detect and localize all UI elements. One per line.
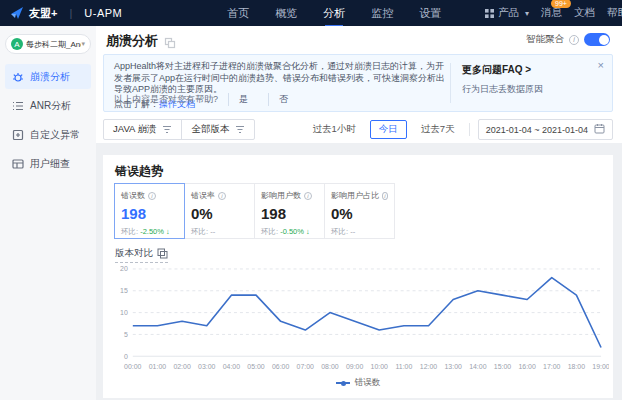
faq-item-link[interactable]: 行为日志丢数据原因 [462, 83, 543, 96]
svg-text:20: 20 [120, 265, 128, 272]
error-trend-card: 错误趋势 错误数i 198 环比: -2.50% ↓ 错误率i [103, 155, 613, 398]
sidebar: A 每步科二期_Andr.. ▾ 崩溃分析 ANR分析 自定义异 [0, 26, 96, 400]
svg-text:02:00: 02:00 [173, 363, 191, 370]
nav-item-analysis[interactable]: 分析 [323, 1, 345, 26]
feedback-yes-button[interactable]: 是 [228, 93, 258, 106]
chart-legend[interactable]: 错误数 [107, 377, 609, 389]
svg-text:0: 0 [124, 353, 128, 360]
date-range-picker[interactable]: 2021-01-04 ~ 2021-01-04 [478, 119, 613, 140]
svg-text:16:00: 16:00 [518, 363, 536, 370]
stat-cards-row: 错误数i 198 环比: -2.50% ↓ 错误率i 0% 环比: -- [115, 183, 395, 239]
version-compare-label: 版本对比 [115, 247, 153, 260]
app-selector[interactable]: A 每步科二期_Andr.. ▾ [5, 34, 91, 54]
svg-text:10: 10 [120, 309, 128, 316]
svg-text:09:00: 09:00 [346, 363, 364, 370]
svg-text:04:00: 04:00 [223, 363, 241, 370]
calendar-icon [594, 123, 605, 136]
stat-compare: 环比: -- [191, 227, 248, 237]
sidebar-menu: 崩溃分析 ANR分析 自定义异常 用户细查 [0, 64, 96, 176]
version-compare-button[interactable]: 版本对比 [115, 247, 168, 263]
nav-item-settings[interactable]: 设置 [419, 1, 441, 26]
umeng-logo-icon [10, 6, 24, 20]
svg-text:10:00: 10:00 [371, 363, 389, 370]
error-trend-chart[interactable]: 0510152000:0001:0002:0003:0004:0005:0006… [107, 263, 609, 389]
page-title: 崩溃分析 [106, 32, 158, 50]
svg-text:15:00: 15:00 [494, 363, 512, 370]
main-content: 崩溃分析 智能聚合 i AppHealth将对主进程和子进程的崩溃做聚合化分析，… [96, 26, 622, 400]
range-last-7-days[interactable]: 过去7天 [415, 121, 461, 138]
info-icon: i [148, 192, 156, 200]
sidebar-item-label: 崩溃分析 [30, 70, 70, 84]
close-icon[interactable]: × [598, 59, 604, 71]
svg-text:5: 5 [124, 331, 128, 338]
svg-text:05:00: 05:00 [247, 363, 265, 370]
logo-text: 友盟+ [29, 6, 57, 21]
svg-text:12:00: 12:00 [420, 363, 438, 370]
stat-card-affected-users[interactable]: 影响用户数i 198 环比: -0.50% ↓ [254, 183, 325, 239]
crash-type-value: JAVA 崩溃 [113, 123, 156, 136]
stat-card-affected-user-ratio[interactable]: 影响用户占比i 0% 环比: -- [324, 183, 395, 239]
smart-aggregation-toggle[interactable] [584, 33, 610, 46]
sidebar-item-label: 用户细查 [30, 157, 70, 171]
stat-label: 错误率i [191, 190, 248, 201]
sidebar-item-user-insight[interactable]: 用户细查 [5, 151, 91, 176]
nav-item-monitor[interactable]: 监控 [371, 1, 393, 26]
info-icon: i [218, 192, 226, 200]
sidebar-item-label: 自定义异常 [30, 128, 80, 142]
range-today[interactable]: 今日 [370, 120, 407, 139]
nav-menu: 首页 概览 分析 监控 设置 [227, 1, 441, 26]
stat-compare: 环比: -0.50% ↓ [261, 227, 318, 237]
compare-icon [157, 248, 168, 259]
sidebar-item-crash-analysis[interactable]: 崩溃分析 [5, 64, 91, 89]
stat-value: 198 [121, 205, 178, 222]
section-title: 错误趋势 [115, 163, 163, 180]
feedback-row: 以上内容是否对您有帮助? 是 否 [114, 93, 298, 106]
svg-text:07:00: 07:00 [297, 363, 315, 370]
stat-card-error-rate[interactable]: 错误率i 0% 环比: -- [184, 183, 255, 239]
date-range-value: 2021-01-04 ~ 2021-01-04 [486, 125, 588, 135]
stat-value: 0% [191, 205, 248, 222]
nav-item-home[interactable]: 首页 [227, 1, 249, 26]
svg-text:17:00: 17:00 [543, 363, 561, 370]
app-name: 每步科二期_Andr.. [26, 39, 81, 50]
range-last-hour[interactable]: 过去1小时 [307, 121, 362, 138]
u-apm-dashboard: 友盟+ | U-APM 首页 概览 分析 监控 设置 产品 ▾ 消息 99+ 文… [0, 0, 622, 400]
smart-aggregation-label: 智能聚合 [526, 33, 564, 46]
quick-range-group: 过去1小时 今日 过去7天 2021-01-04 ~ 2021-01-04 [307, 119, 613, 140]
guide-icon[interactable] [164, 35, 176, 47]
docs-link[interactable]: 文档 [574, 6, 595, 20]
banner-description: AppHealth将对主进程和子进程的崩溃做聚合化分析，通过对崩溃日志的计算，为… [114, 61, 446, 96]
legend-line-icon [336, 382, 350, 384]
faq-title-link[interactable]: 更多问题FAQ > [462, 63, 543, 77]
sidebar-item-anr-analysis[interactable]: ANR分析 [5, 93, 91, 118]
stat-card-error-count[interactable]: 错误数i 198 环比: -2.50% ↓ [114, 183, 185, 239]
stat-label: 影响用户占比i [331, 190, 388, 201]
page-header: 崩溃分析 [106, 32, 176, 50]
filter-icon [235, 125, 245, 134]
chevron-down-icon: ▾ [525, 9, 529, 18]
svg-text:18:00: 18:00 [568, 363, 586, 370]
product-name: U-APM [84, 7, 122, 19]
filter-icon [162, 125, 172, 134]
crash-icon [12, 71, 24, 83]
smart-aggregation-control: 智能聚合 i [526, 33, 610, 46]
products-dropdown[interactable]: 产品 ▾ [485, 6, 529, 20]
crash-type-filter[interactable]: JAVA 崩溃 [104, 120, 181, 139]
sidebar-item-label: ANR分析 [30, 99, 71, 113]
info-icon: i [382, 192, 388, 200]
sidebar-item-custom-exception[interactable]: 自定义异常 [5, 122, 91, 147]
version-filter[interactable]: 全部版本 [181, 120, 254, 139]
trend-chart-svg: 0510152000:0001:0002:0003:0004:0005:0006… [107, 263, 609, 376]
logo[interactable]: 友盟+ | U-APM [10, 6, 122, 21]
list-icon [12, 100, 24, 112]
top-navbar: 友盟+ | U-APM 首页 概览 分析 监控 设置 产品 ▾ 消息 99+ 文… [0, 0, 622, 26]
navbar-right: 产品 ▾ 消息 99+ 文档 帮助 [485, 6, 612, 20]
down-arrow-icon: ↓ [166, 227, 170, 236]
nav-item-overview[interactable]: 概览 [275, 1, 297, 26]
messages-link[interactable]: 消息 99+ [541, 6, 562, 20]
help-link[interactable]: 帮助 [607, 6, 622, 20]
feedback-no-button[interactable]: 否 [268, 93, 298, 106]
range-separator [469, 123, 470, 136]
filter-row: JAVA 崩溃 全部版本 过去1小时 今日 过去7天 [103, 119, 613, 140]
feedback-question: 以上内容是否对您有帮助? [114, 93, 218, 106]
